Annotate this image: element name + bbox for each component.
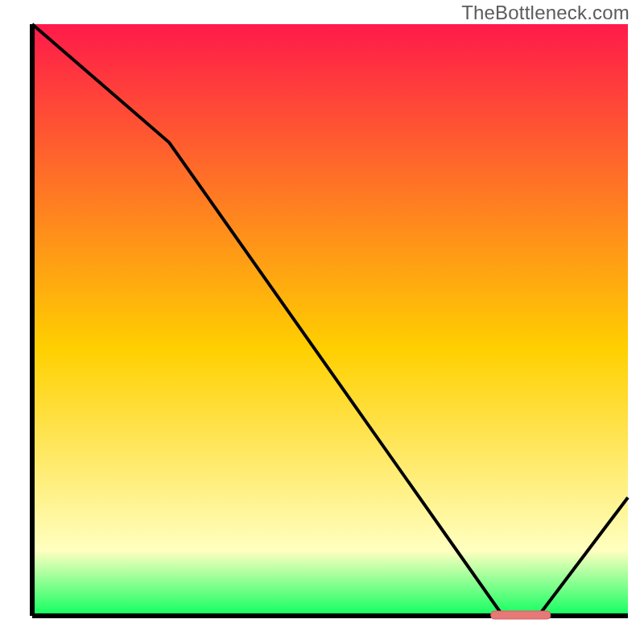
chart-svg	[0, 0, 644, 644]
optimal-range-marker	[491, 611, 551, 619]
chart-container: TheBottleneck.com	[0, 0, 644, 644]
watermark-text: TheBottleneck.com	[461, 2, 630, 24]
plot-background	[32, 24, 628, 616]
